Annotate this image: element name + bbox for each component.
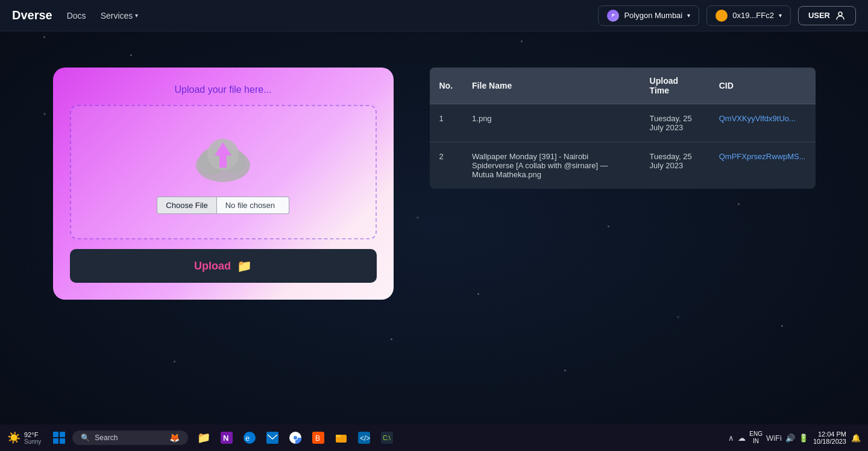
table-header: No. File Name Upload Time CID	[430, 68, 816, 104]
polygon-icon: P	[607, 10, 619, 22]
services-dropdown[interactable]: Services ▾	[101, 11, 139, 20]
upload-dropzone[interactable]: Choose File No file chosen	[70, 105, 377, 239]
table-row: 11.pngTuesday, 25 July 2023QmVXKyyVlfdx9…	[430, 104, 816, 142]
upload-button[interactable]: Upload 📁	[70, 249, 377, 283]
taskbar: ☀️ 92°F Sunny 🔍 Search 🦊 📁 N e	[0, 424, 868, 451]
taskbar-app-onenote[interactable]: N	[216, 427, 237, 449]
taskbar-app-explorer[interactable]: 📁	[193, 427, 215, 449]
taskbar-app-vscode[interactable]: </>	[353, 427, 375, 449]
services-label: Services	[101, 11, 133, 20]
cell-filename: Wallpaper Monday [391] - Nairobi Spiderv…	[462, 142, 640, 189]
wallet-chevron-icon: ▾	[779, 12, 782, 19]
taskbar-right: ∧ ☁ ENGIN WiFi 🔊 🔋 12:04 PM 10/18/2023 🔔	[728, 430, 861, 445]
col-filename: File Name	[462, 68, 640, 104]
cid-link[interactable]: QmPFXprsezRwwpMS...	[719, 152, 806, 161]
svg-text:N: N	[223, 434, 228, 443]
search-icon: 🔍	[81, 434, 90, 442]
taskbar-search[interactable]: 🔍 Search 🦊	[72, 430, 188, 445]
search-label: Search	[95, 434, 118, 442]
cell-filename: 1.png	[462, 104, 640, 142]
file-table: No. File Name Upload Time CID 11.pngTues…	[430, 68, 816, 189]
choose-file-button[interactable]: Choose File	[157, 197, 216, 214]
network-chevron-icon: ▾	[687, 12, 690, 19]
file-table-wrapper: No. File Name Upload Time CID 11.pngTues…	[430, 68, 816, 189]
table-header-row: No. File Name Upload Time CID	[430, 68, 816, 104]
cell-no: 1	[430, 104, 463, 142]
no-file-label: No file chosen	[217, 197, 289, 214]
navbar-right: P Polygon Mumbai ▾ 0x19...FFc2 ▾ USER	[598, 5, 856, 26]
user-label: USER	[808, 11, 830, 20]
network-name: Polygon Mumbai	[624, 11, 682, 20]
taskbar-apps: 📁 N e B </> C:\	[193, 427, 398, 449]
svg-rect-10	[266, 432, 278, 444]
brand-logo: Dverse	[12, 8, 52, 22]
svg-point-14	[294, 436, 297, 440]
upload-title: Upload your file here...	[70, 84, 377, 95]
taskbar-app-terminal[interactable]: C:\	[376, 427, 398, 449]
weather-temp: 92°F	[24, 431, 41, 438]
clock-time: 12:04 PM	[818, 430, 846, 438]
battery-icon[interactable]: 🔋	[799, 434, 808, 443]
volume-icon[interactable]: 🔊	[785, 434, 795, 443]
windows-icon	[53, 432, 65, 444]
wifi-icon[interactable]: WiFi	[766, 434, 782, 443]
weather-text: 92°F Sunny	[24, 431, 41, 445]
network-selector[interactable]: P Polygon Mumbai ▾	[598, 5, 699, 26]
taskbar-app-chrome[interactable]	[285, 427, 306, 449]
upload-panel: Upload your file here... Choose File No …	[53, 68, 394, 300]
clock-date: 10/18/2023	[813, 438, 846, 445]
language-indicator: ENGIN	[749, 430, 763, 445]
user-icon	[835, 10, 846, 21]
svg-rect-18	[336, 435, 341, 437]
cell-upload-time: Tuesday, 25 July 2023	[640, 104, 709, 142]
svg-text:C:\: C:\	[383, 435, 391, 441]
navbar: Dverse Docs Services ▾ P Polygon Mumbai …	[0, 0, 868, 31]
chevron-down-icon: ▾	[135, 12, 138, 19]
cell-upload-time: Tuesday, 25 July 2023	[640, 142, 709, 189]
start-button[interactable]	[48, 427, 70, 449]
navbar-left: Dverse Docs Services ▾	[12, 8, 138, 22]
table-row: 2Wallpaper Monday [391] - Nairobi Spider…	[430, 142, 816, 189]
cid-link[interactable]: QmVXKyyVlfdx9tUo...	[719, 114, 796, 123]
taskbar-app-brave[interactable]: B	[307, 427, 329, 449]
svg-text:B: B	[315, 434, 320, 443]
fox-icon: 🦊	[169, 433, 180, 443]
taskbar-sys-icons: ∧ ☁ ENGIN WiFi 🔊 🔋	[728, 430, 808, 445]
upload-button-label: Upload	[194, 260, 231, 273]
weather-condition: Sunny	[24, 438, 41, 445]
taskbar-app-edge[interactable]: e	[239, 427, 260, 449]
weather-icon: ☀️	[7, 431, 20, 444]
cloud-upload-icon	[187, 130, 259, 184]
main-content: Upload your file here... Choose File No …	[0, 31, 868, 424]
svg-text:e: e	[245, 434, 250, 443]
col-no: No.	[430, 68, 463, 104]
folder-icon: 📁	[237, 259, 252, 273]
cell-cid: QmPFXprsezRwwpMS...	[709, 142, 816, 189]
table-body: 11.pngTuesday, 25 July 2023QmVXKyyVlfdx9…	[430, 104, 816, 189]
cell-cid: QmVXKyyVlfdx9tUo...	[709, 104, 816, 142]
taskbar-clock: 12:04 PM 10/18/2023	[813, 430, 846, 445]
docs-link[interactable]: Docs	[67, 11, 86, 20]
taskbar-app-mail[interactable]	[262, 427, 283, 449]
notification-icon[interactable]: 🔔	[851, 434, 861, 443]
svg-point-0	[838, 12, 842, 16]
wallet-address: 0x19...FFc2	[732, 11, 774, 20]
cell-no: 2	[430, 142, 463, 189]
wallet-dot-icon	[715, 10, 728, 22]
chevron-up-icon[interactable]: ∧	[728, 434, 734, 443]
col-upload-time: Upload Time	[640, 68, 709, 104]
user-button[interactable]: USER	[798, 6, 856, 25]
svg-text:</>: </>	[360, 434, 370, 443]
file-input-row: Choose File No file chosen	[157, 197, 289, 214]
cloud-sys-icon[interactable]: ☁	[738, 434, 746, 443]
taskbar-weather: ☀️ 92°F Sunny	[7, 431, 41, 445]
taskbar-app-folder[interactable]	[330, 427, 352, 449]
wallet-button[interactable]: 0x19...FFc2 ▾	[706, 5, 791, 26]
col-cid: CID	[709, 68, 816, 104]
